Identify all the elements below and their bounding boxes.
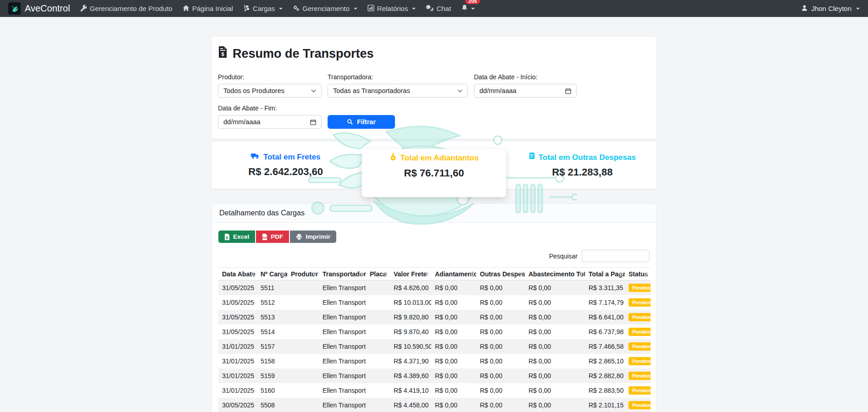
cell: R$ 9.870,40 bbox=[390, 324, 431, 339]
data-inicio-input[interactable]: dd/mm/aaaa bbox=[474, 84, 577, 98]
cell: R$ 2.865,10 bbox=[585, 354, 625, 368]
cell: 30/05/2025 bbox=[218, 398, 257, 412]
notification-count-badge: 205 bbox=[465, 0, 480, 4]
cell: R$ 6.641,00 bbox=[585, 310, 625, 324]
summary-card-title: Total em Outras Despesas bbox=[539, 153, 636, 162]
cell bbox=[287, 339, 319, 354]
table-header-row: Data AbateNº CargaProdutorTransportadora… bbox=[218, 268, 651, 280]
transportadora-select[interactable]: Todas as Transportadoras bbox=[328, 84, 468, 98]
cell: R$ 9.820,80 bbox=[390, 310, 431, 324]
nav-item-label: Gerenciamento bbox=[302, 5, 350, 12]
cell: 5514 bbox=[257, 324, 287, 339]
cell: R$ 0,00 bbox=[525, 324, 585, 339]
nav-item-chat[interactable]: Chat bbox=[426, 5, 451, 13]
chat-icon bbox=[426, 5, 434, 13]
pdf-export-button[interactable]: PDF PDF bbox=[256, 231, 289, 243]
nav-item-label: Gerenciamento de Produto bbox=[90, 5, 172, 12]
nav-item-pagina-inicial[interactable]: Cargas Página Inicial bbox=[183, 5, 233, 13]
status-badge: Pendente bbox=[629, 342, 651, 351]
sort-icons bbox=[251, 272, 255, 276]
table-row: 31/01/20255160Ellen TransportesR$ 4.419,… bbox=[218, 383, 651, 398]
column-header[interactable]: Abastecimento Total bbox=[525, 268, 585, 280]
cell: R$ 4.626,00 bbox=[390, 280, 431, 296]
cell: Ellen Transportes bbox=[319, 339, 366, 354]
cell: R$ 0,00 bbox=[476, 324, 525, 339]
filter-button[interactable]: Filtrar bbox=[328, 115, 395, 129]
status-badge: Pendente bbox=[629, 372, 651, 380]
cell bbox=[287, 398, 319, 412]
cell: 5159 bbox=[257, 368, 287, 383]
nav-item-gerenciamento[interactable]: Gerenciamento bbox=[293, 5, 357, 13]
cell-status: Pendente bbox=[625, 280, 651, 296]
transportadora-label: Transportadora: bbox=[328, 73, 468, 81]
user-menu[interactable]: Jhon Cleyton bbox=[801, 5, 860, 13]
sort-icons bbox=[425, 272, 429, 276]
status-badge: Pendente bbox=[629, 328, 651, 336]
cell: R$ 0,00 bbox=[525, 280, 585, 296]
cell bbox=[366, 310, 390, 324]
nav-item-label: Relatórios bbox=[377, 5, 408, 12]
column-header[interactable]: Valor Frete bbox=[390, 268, 431, 280]
column-header[interactable]: Total a Pagar bbox=[585, 268, 625, 280]
cell bbox=[366, 368, 390, 383]
cell-status: Pendente bbox=[625, 310, 651, 324]
status-badge: Pendente bbox=[629, 298, 651, 307]
file-pdf-icon: PDF bbox=[262, 234, 267, 240]
cell-status: Pendente bbox=[625, 354, 651, 368]
cell: R$ 0,00 bbox=[476, 383, 525, 398]
chevron-down-icon bbox=[856, 8, 860, 10]
cell bbox=[366, 339, 390, 354]
cell: R$ 0,00 bbox=[525, 310, 585, 324]
cell: R$ 4.458,00 bbox=[390, 398, 431, 412]
cell: R$ 10.590,50 bbox=[390, 339, 431, 354]
summary-card-value: R$ 21.283,88 bbox=[552, 166, 612, 178]
column-header[interactable]: Status bbox=[625, 268, 651, 280]
column-header[interactable]: Placa bbox=[366, 268, 390, 280]
chevron-down-icon bbox=[412, 8, 416, 10]
data-inicio-label: Data de Abate - Início: bbox=[474, 73, 577, 81]
money-sack-icon: $ bbox=[389, 153, 397, 163]
column-header[interactable]: Data Abate bbox=[218, 268, 257, 280]
column-header[interactable]: Nº Carga bbox=[257, 268, 287, 280]
nav-item-cargas[interactable]: Cargas bbox=[243, 5, 283, 13]
cell: R$ 4.419,10 bbox=[390, 383, 431, 398]
cell: Ellen Transportes bbox=[319, 368, 366, 383]
table-row: 31/05/20255514Ellen TransportesR$ 9.870,… bbox=[218, 324, 651, 339]
nav-item-gerenciamento-de-produto[interactable]: Gerenciamento de Produto bbox=[80, 5, 172, 13]
cell: R$ 0,00 bbox=[476, 354, 525, 368]
table-row: 31/05/20255511Ellen TransportesR$ 4.626,… bbox=[218, 280, 651, 296]
cargo-dolly-icon bbox=[243, 5, 250, 13]
brand[interactable]: AveControl bbox=[8, 2, 70, 15]
notifications-bell[interactable]: 205 bbox=[461, 4, 475, 13]
sort-icons bbox=[384, 272, 388, 276]
wrench-icon bbox=[80, 5, 87, 13]
column-header[interactable]: Produtor bbox=[287, 268, 319, 280]
cell: Ellen Transportes bbox=[319, 383, 366, 398]
cell: R$ 0,00 bbox=[525, 354, 585, 368]
column-header[interactable]: Outras Despesas bbox=[476, 268, 525, 280]
column-header[interactable]: Transportadora bbox=[319, 268, 366, 280]
sort-icons bbox=[579, 272, 583, 276]
cell: 31/05/2025 bbox=[218, 310, 257, 324]
excel-export-button[interactable]: Excel bbox=[218, 231, 255, 243]
produtor-select[interactable]: Todos os Produtores bbox=[218, 84, 322, 98]
print-button[interactable]: Imprimir bbox=[290, 231, 336, 243]
cell: R$ 7.466,58 bbox=[585, 339, 625, 354]
status-badge: Pendente bbox=[629, 357, 651, 365]
cell bbox=[287, 368, 319, 383]
cell-status: Pendente bbox=[625, 368, 651, 383]
status-badge: Pendente bbox=[629, 386, 651, 395]
cell: 31/05/2025 bbox=[218, 324, 257, 339]
search-input[interactable] bbox=[582, 250, 650, 262]
data-fim-input[interactable]: dd/mm/aaaa bbox=[218, 115, 322, 129]
table-row: 30/05/20255508Ellen TransportesR$ 4.458,… bbox=[218, 398, 651, 412]
details-card: Detalhamento das Cargas Excel PDF PDF Im… bbox=[211, 203, 657, 412]
cell: 5508 bbox=[257, 398, 287, 412]
person-icon bbox=[801, 5, 808, 13]
details-card-header: Detalhamento das Cargas bbox=[212, 204, 656, 223]
column-header[interactable]: Adiantamentos bbox=[431, 268, 476, 280]
cell bbox=[287, 295, 319, 310]
sort-icons bbox=[619, 272, 623, 276]
main-container: $ Resumo de Transportes Produtor: Todos … bbox=[211, 37, 657, 412]
nav-item-relatorios[interactable]: Relatórios bbox=[367, 5, 416, 13]
